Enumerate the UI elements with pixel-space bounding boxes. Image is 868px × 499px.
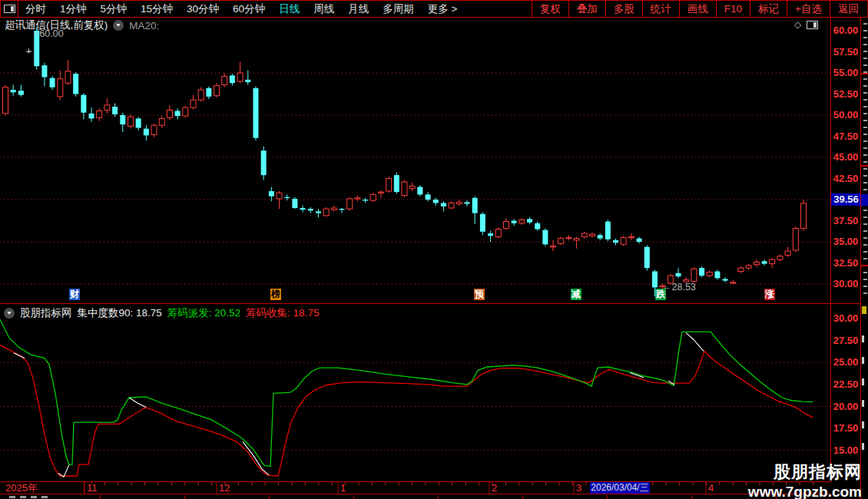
event-marker-榜[interactable]: 榜 <box>270 289 281 300</box>
symbol-title: 超讯通信(日线,前复权) <box>5 18 108 32</box>
menu-item-周线[interactable]: 周线 <box>306 2 341 16</box>
event-marker-减[interactable]: 减 <box>571 289 581 300</box>
menu-item-5分钟[interactable]: 5分钟 <box>94 2 134 16</box>
timeline-month-2: 2 <box>492 482 497 494</box>
minimap-tick <box>863 140 867 142</box>
menu-item-F10[interactable]: F10 <box>716 1 750 17</box>
minimap-tick <box>863 237 867 239</box>
main-axis-label-32.50: 32.50 <box>831 257 860 269</box>
sub-axis-label-22.50: 22.50 <box>831 378 860 391</box>
indicator-value-green: 筹码派发: 20.52 <box>167 306 240 320</box>
minimap-tick <box>863 279 867 280</box>
menu-item-15分钟[interactable]: 15分钟 <box>134 2 180 16</box>
main-candlestick-chart[interactable] <box>0 17 830 304</box>
minimap-tick <box>863 189 867 190</box>
menu-item-返回[interactable]: 返回 <box>830 1 866 17</box>
diamond-icon[interactable]: ◇ <box>794 20 801 29</box>
timeline-month-1: 1 <box>340 482 346 494</box>
event-marker-预[interactable]: 预 <box>474 289 485 300</box>
menu-item-标记[interactable]: 标记 <box>750 1 787 17</box>
main-axis-label-42.50: 42.50 <box>831 173 860 185</box>
main-axis-label-55.00: 55.00 <box>831 67 860 79</box>
main-axis-label-47.50: 47.50 <box>831 131 860 143</box>
minimap-tick <box>863 58 867 59</box>
sub-axis-label-25.00: 25.00 <box>831 356 860 368</box>
minimap-tick <box>863 161 867 163</box>
minimap-tick <box>863 78 867 80</box>
minimap-tick <box>863 258 867 259</box>
minimap-digit-stub <box>862 335 864 342</box>
minimap-tick <box>863 113 867 114</box>
minimap-tick <box>863 85 867 87</box>
timeline-month-4: 4 <box>708 482 714 494</box>
timeline-ticks <box>0 482 831 494</box>
right-minimap-strip[interactable] <box>861 17 868 499</box>
minimap-tick <box>863 120 867 121</box>
minimap-divider <box>861 165 868 167</box>
main-axis-label-45.00: 45.00 <box>831 151 860 164</box>
minimap-tick <box>863 168 867 170</box>
menu-item-多周期[interactable]: 多周期 <box>376 2 421 16</box>
main-axis-label-57.50: 57.50 <box>831 46 860 58</box>
chevron-down-icon[interactable] <box>4 308 15 319</box>
menu-item-30分钟[interactable]: 30分钟 <box>180 2 226 16</box>
cutoff-glyph <box>41 496 48 498</box>
minimap-tick <box>863 182 867 183</box>
menu-item-月线[interactable]: 月线 <box>341 2 376 16</box>
cutoff-tick <box>100 495 101 499</box>
minimap-tick <box>863 64 867 66</box>
minimap-divider <box>861 265 868 266</box>
event-marker-财[interactable]: 财 <box>69 289 80 300</box>
menu-item-更多 >[interactable]: 更多 > <box>421 2 465 16</box>
minimap-yellow-glyph <box>862 306 866 314</box>
minimap-tick <box>863 175 867 177</box>
maximize-pane-icon[interactable] <box>807 21 818 29</box>
minimap-digit-stub <box>862 357 864 364</box>
ma-indicator-label: MA20: <box>129 20 159 31</box>
chevron-down-icon[interactable] <box>113 20 124 31</box>
minimap-tick <box>863 154 867 156</box>
cutoff-tick <box>691 495 692 499</box>
minimap-tick <box>863 251 867 253</box>
event-marker-涨[interactable]: 涨 <box>764 289 775 300</box>
minimap-tick <box>863 37 867 38</box>
minimap-tick <box>863 223 867 225</box>
event-marker-跌[interactable]: 跌 <box>655 289 666 300</box>
main-axis-label-52.50: 52.50 <box>831 88 860 101</box>
main-axis-label-50.00: 50.00 <box>831 109 860 121</box>
minimap-tick <box>863 147 867 149</box>
watermark-site-name: 股朋指标网 <box>748 461 862 484</box>
minimap-digit-stub <box>862 400 864 407</box>
menu-item-画线[interactable]: 画线 <box>679 1 716 17</box>
minimap-tick <box>863 106 867 107</box>
cutoff-tick <box>353 495 354 499</box>
menu-item-60分钟[interactable]: 60分钟 <box>226 2 272 16</box>
sub-axis-label-27.50: 27.50 <box>831 335 860 347</box>
menu-item-1分钟[interactable]: 1分钟 <box>53 2 94 16</box>
indicator-sub-chart[interactable] <box>0 304 830 481</box>
watermark: 股朋指标网 www.7gpzb.com <box>748 461 862 499</box>
menu-item-多股[interactable]: 多股 <box>605 1 642 17</box>
timeline-axis[interactable]: 2025年 11121234 2026/03/04/三 <box>0 481 831 494</box>
pane-corner-icons: ◇ <box>794 20 818 29</box>
cutoff-glyph <box>20 496 26 498</box>
menu-item-+自选[interactable]: +自选 <box>787 1 830 17</box>
timeline-month-3: 3 <box>576 482 581 494</box>
menu-item-分时[interactable]: 分时 <box>18 2 53 16</box>
bottom-toolbar-cutoff <box>0 495 868 499</box>
minimap-current-block <box>861 194 868 206</box>
indicator-value-white: 集中度数90: 18.75 <box>78 306 162 320</box>
top-menu-bar: 分时1分钟5分钟15分钟30分钟60分钟日线周线月线多周期更多 > 复权叠加多股… <box>0 0 868 18</box>
menu-item-复权[interactable]: 复权 <box>532 1 568 17</box>
minimap-tick <box>863 44 867 45</box>
cutoff-tick <box>269 495 270 499</box>
menu-item-统计[interactable]: 统计 <box>642 1 679 17</box>
minimap-digit-stub <box>862 443 864 450</box>
last-price-tag: 39.56 <box>831 193 861 206</box>
menu-item-叠加[interactable]: 叠加 <box>568 1 605 17</box>
window-layout-button[interactable] <box>1 1 18 17</box>
minimap-tick <box>863 99 867 101</box>
menu-item-日线[interactable]: 日线 <box>272 2 306 16</box>
cutoff-tick <box>522 495 523 499</box>
minimap-tick <box>863 51 867 52</box>
